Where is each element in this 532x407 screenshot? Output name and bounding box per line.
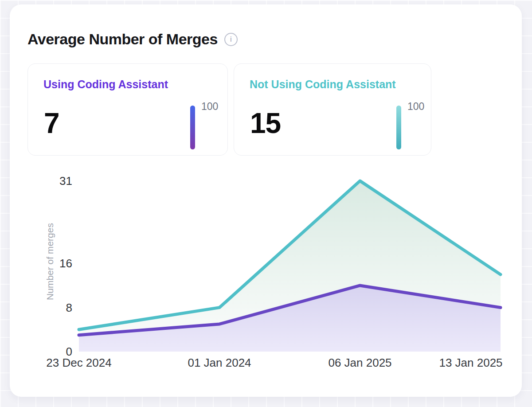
x-tick-label: 13 Jan 2025 — [439, 356, 502, 369]
gauge-max-label: 100 — [201, 101, 218, 113]
y-tick-label: 31 — [59, 175, 72, 188]
y-axis-title: Number of merges — [45, 223, 55, 300]
y-tick-label: 8 — [66, 301, 72, 314]
stat-label: Not Using Coding Assistant — [250, 78, 396, 91]
stat-card-using-assistant: Using Coding Assistant 7 100 — [27, 63, 228, 156]
x-tick-label: 01 Jan 2024 — [188, 356, 251, 369]
gauge-bar — [190, 106, 195, 149]
x-tick-label: 23 Dec 2024 — [46, 356, 111, 369]
header: Average Number of Merges i — [27, 31, 238, 47]
main-card: Average Number of Merges i Using Coding … — [10, 4, 522, 397]
gauge-max-label: 100 — [407, 101, 424, 113]
info-icon[interactable]: i — [224, 33, 238, 46]
y-tick-label: 16 — [59, 257, 72, 270]
x-tick-label: 06 Jan 2025 — [328, 356, 391, 369]
stat-card-not-using-assistant: Not Using Coding Assistant 15 100 — [234, 63, 431, 156]
page-title: Average Number of Merges — [27, 31, 218, 47]
merges-area-chart: 08163123 Dec 202401 Jan 202406 Jan 20251… — [10, 175, 522, 397]
stat-value: 7 — [44, 109, 59, 137]
gauge-bar — [396, 106, 401, 149]
page-background: Average Number of Merges i Using Coding … — [0, 0, 532, 407]
stat-value: 15 — [250, 109, 281, 137]
stat-cards-row: Using Coding Assistant 7 100 Not Using C… — [27, 63, 431, 156]
stat-label: Using Coding Assistant — [43, 78, 168, 91]
